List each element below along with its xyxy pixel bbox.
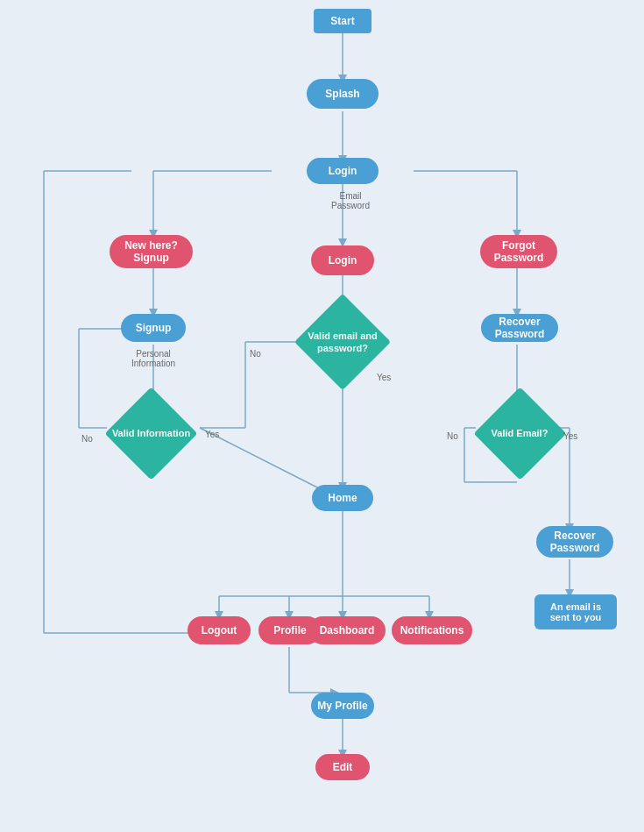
logout-node: Logout xyxy=(188,616,251,644)
login-screen-node: Login xyxy=(307,158,379,184)
no-label-center: No xyxy=(250,349,261,359)
splash-node: Splash xyxy=(307,79,379,109)
email-password-label: Email Password xyxy=(324,191,377,210)
dashboard-node: Dashboard xyxy=(308,616,386,644)
notifications-node: Notifications xyxy=(392,616,472,644)
yes-label-left: Yes xyxy=(205,430,219,439)
personal-info-label: PersonalInformation xyxy=(116,349,191,368)
login-button-node: Login xyxy=(311,245,374,275)
no-label-right: No xyxy=(447,431,458,441)
valid-email-password-node: Valid email andpassword? xyxy=(289,307,396,377)
recover-password2-node: Recover Password xyxy=(536,526,613,558)
forgot-password-node: Forgot Password xyxy=(480,235,557,268)
my-profile-node: My Profile xyxy=(311,693,374,719)
yes-label-right: Yes xyxy=(563,431,577,441)
signup-node: Signup xyxy=(121,314,186,342)
yes-label-center: Yes xyxy=(377,373,391,382)
recover-password-node: Recover Password xyxy=(481,314,558,342)
edit-node: Edit xyxy=(315,754,370,780)
valid-information-node: Valid Information xyxy=(101,399,202,467)
new-here-signup-node: New here? Signup xyxy=(110,235,193,268)
start-node: Start xyxy=(314,9,372,33)
valid-email-node: Valid Email? xyxy=(476,399,563,467)
no-label-left: No xyxy=(81,434,93,444)
home-node: Home xyxy=(312,485,373,511)
email-sent-node: An email is sent to you xyxy=(534,594,617,629)
